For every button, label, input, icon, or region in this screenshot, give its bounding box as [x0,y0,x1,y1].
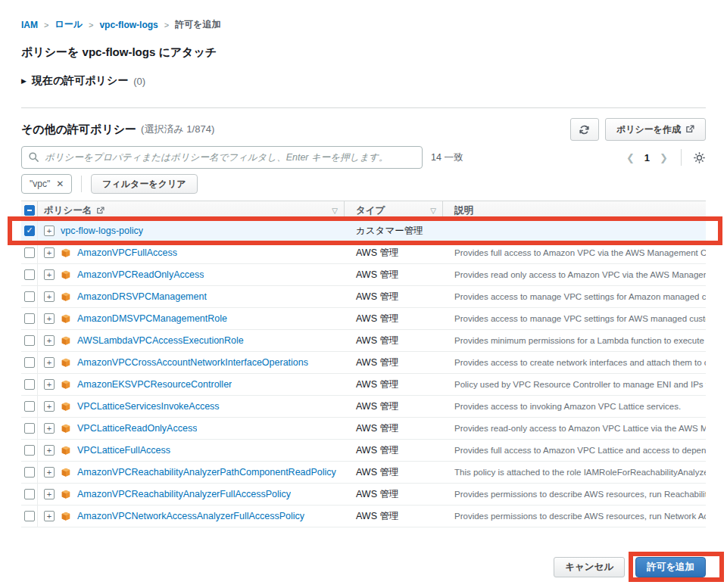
aws-managed-policy-icon [61,357,71,368]
policy-type: AWS 管理 [345,396,443,417]
sort-policy-name-icon[interactable]: ▽ [332,207,338,215]
table-row[interactable]: + AWSLambdaVPCAccessExecutionRole AWS 管理… [21,330,706,352]
breadcrumb-link-iam[interactable]: IAM [21,20,38,30]
iam-attach-policy-page: IAM > ロール > vpc-flow-logs > 許可を追加 ポリシーを … [0,0,727,588]
policy-description: Provides access to invoking Amazon VPC L… [443,396,706,417]
expand-policy-icon[interactable]: + [44,313,55,324]
table-row[interactable]: + AmazonVPCReachabilityAnalyzerPathCompo… [21,462,706,484]
aws-managed-policy-icon [61,511,71,521]
external-link-icon [685,125,694,134]
table-row[interactable]: + VPCLatticeFullAccess AWS 管理 Provides f… [21,440,706,462]
table-row[interactable]: + AmazonVPCFullAccess AWS 管理 Provides fu… [21,242,706,264]
row-checkbox[interactable] [24,489,35,499]
policy-type: AWS 管理 [345,440,443,461]
pagination-next-icon[interactable]: ❯ [660,152,668,163]
table-row[interactable]: + AmazonEKSVPCResourceController AWS 管理 … [21,374,706,396]
current-policies-count: (0) [133,76,145,87]
row-checkbox[interactable] [24,423,35,434]
expand-policy-icon[interactable]: + [44,226,55,236]
policy-name-link[interactable]: AmazonVPCReachabilityAnalyzerFullAccessP… [77,489,291,499]
other-policies-header: その他の許可ポリシー (選択済み 1/874) ポリシーを作成 [21,118,706,141]
aws-managed-policy-icon [61,489,71,499]
policy-name-link[interactable]: AmazonEKSVPCResourceController [77,379,232,390]
aws-managed-policy-icon [61,467,71,478]
expand-policy-icon[interactable]: + [44,489,55,499]
policy-name-link[interactable]: AmazonDRSVPCManagement [77,291,207,302]
row-checkbox[interactable] [24,247,35,258]
create-policy-button[interactable]: ポリシーを作成 [605,118,706,141]
expand-policy-icon[interactable]: + [44,511,55,521]
select-all-checkbox[interactable] [24,205,35,216]
row-checkbox[interactable] [24,313,35,324]
row-checkbox[interactable] [24,379,35,390]
cancel-button[interactable]: キャンセル [554,557,625,577]
row-checkbox[interactable] [24,335,35,346]
breadcrumb: IAM > ロール > vpc-flow-logs > 許可を追加 [21,18,706,31]
expand-policy-icon[interactable]: + [44,291,55,302]
policy-name-link[interactable]: VPCLatticeReadOnlyAccess [77,423,197,434]
row-checkbox[interactable] [24,226,35,236]
filter-tag-remove-icon[interactable]: ✕ [56,179,64,189]
column-header-type[interactable]: タイプ [356,204,385,217]
policy-name-link[interactable]: AmazonDMSVPCManagementRole [77,313,227,324]
policy-name-link[interactable]: VPCLatticeServicesInvokeAccess [77,401,220,412]
breadcrumb-separator-icon: > [89,20,93,30]
policy-name-link[interactable]: AmazonVPCFullAccess [77,247,177,258]
policy-description: Provides minimum permissions for a Lambd… [443,330,706,351]
preferences-button[interactable] [693,151,706,164]
row-checkbox[interactable] [24,291,35,302]
table-row[interactable]: + AmazonVPCNetworkAccessAnalyzerFullAcce… [21,506,706,527]
expand-policy-icon[interactable]: + [44,423,55,434]
expand-policy-icon[interactable]: + [44,269,55,280]
policy-name-link[interactable]: AmazonVPCNetworkAccessAnalyzerFullAccess… [77,511,304,521]
clear-filters-button[interactable]: フィルターをクリア [91,174,197,194]
expand-policy-icon[interactable]: + [44,247,55,258]
sort-type-icon[interactable]: ▽ [430,207,436,215]
row-checkbox[interactable] [24,357,35,368]
row-checkbox[interactable] [24,511,35,521]
policy-name-link[interactable]: AWSLambdaVPCAccessExecutionRole [77,335,244,346]
current-policies-expander[interactable]: ▶ 現在の許可ポリシー (0) [21,74,706,88]
table-row[interactable]: + AmazonDRSVPCManagement AWS 管理 Provides… [21,286,706,308]
policy-name-link[interactable]: AmazonVPCReadOnlyAccess [77,269,204,280]
policy-type: AWS 管理 [345,374,443,395]
table-row[interactable]: + vpc-flow-logs-policy カスタマー管理 [21,220,706,242]
policy-name-link[interactable]: VPCLatticeFullAccess [77,445,170,456]
table-row[interactable]: + VPCLatticeReadOnlyAccess AWS 管理 Provid… [21,418,706,440]
search-row: 14 一致 ❮ 1 ❯ [21,146,706,169]
aws-managed-policy-icon [61,335,71,346]
row-checkbox[interactable] [24,467,35,478]
expand-policy-icon[interactable]: + [44,445,55,456]
row-checkbox[interactable] [24,401,35,412]
policy-type: AWS 管理 [345,484,443,505]
row-checkbox[interactable] [24,269,35,280]
policy-description: Provides access to manage VPC settings f… [443,286,706,307]
table-row[interactable]: + AmazonVPCReadOnlyAccess AWS 管理 Provide… [21,264,706,286]
expand-policy-icon[interactable]: + [44,467,55,478]
policy-name-link[interactable]: AmazonVPCCrossAccountNetworkInterfaceOpe… [77,357,308,368]
policy-name-link[interactable]: AmazonVPCReachabilityAnalyzerPathCompone… [77,467,336,478]
table-row[interactable]: + AmazonVPCReachabilityAnalyzerFullAcces… [21,484,706,506]
pagination-prev-icon[interactable]: ❮ [626,152,635,163]
table-row[interactable]: + AmazonVPCCrossAccountNetworkInterfaceO… [21,352,706,374]
policy-type: AWS 管理 [345,264,443,285]
policy-type: AWS 管理 [345,462,443,483]
table-row[interactable]: + VPCLatticeServicesInvokeAccess AWS 管理 … [21,396,706,418]
row-checkbox[interactable] [24,445,35,456]
expand-policy-icon[interactable]: + [44,401,55,412]
policy-filter-input[interactable] [21,146,423,169]
policy-name-link[interactable]: vpc-flow-logs-policy [61,226,143,236]
table-row[interactable]: + AmazonDMSVPCManagementRole AWS 管理 Prov… [21,308,706,330]
table-body: + vpc-flow-logs-policy カスタマー管理 + AmazonV… [21,220,706,527]
breadcrumb-link-role[interactable]: vpc-flow-logs [99,20,158,30]
expand-policy-icon[interactable]: + [44,357,55,368]
expand-policy-icon[interactable]: + [44,335,55,346]
refresh-button[interactable] [570,118,599,141]
pagination-page-1[interactable]: 1 [644,152,650,163]
breadcrumb-link-roles[interactable]: ロール [55,18,83,31]
aws-managed-policy-icon [61,291,71,302]
column-header-policy-name[interactable]: ポリシー名 [44,204,92,217]
aws-managed-policy-icon [61,423,71,434]
add-permissions-button[interactable]: 許可を追加 [635,557,706,577]
expand-policy-icon[interactable]: + [44,379,55,390]
